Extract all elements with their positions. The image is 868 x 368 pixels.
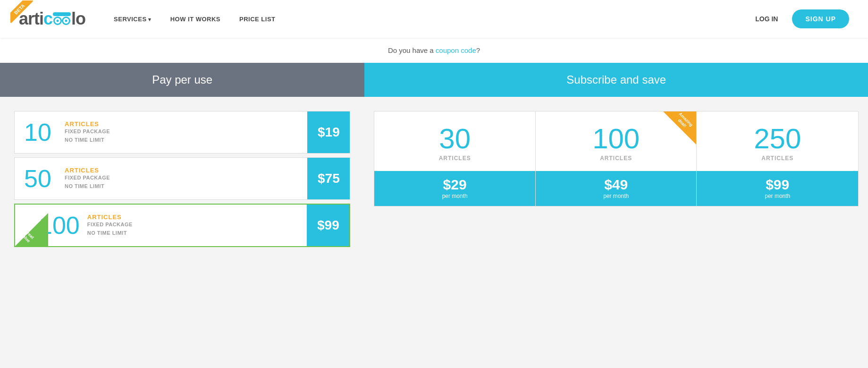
coupon-text-before: Do you have a (388, 46, 436, 54)
nav-how-it-works[interactable]: HOW IT WORKS (170, 16, 220, 23)
plan-250: 250 ARTICLES $99 per month (697, 111, 858, 206)
coupon-text-after: ? (476, 46, 480, 54)
login-link[interactable]: LOG IN (755, 15, 778, 23)
pkg-articles-label-100: ARTICLES (87, 214, 133, 221)
package-50: 50 ARTICLES FIXED PACKAGE NO TIME LIMIT … (14, 157, 350, 200)
subscribe-grid: 30 ARTICLES $29 per month Amazingdeal! 1… (374, 111, 859, 206)
pkg-quantity-50: 50 (24, 166, 57, 191)
subscribe-header: Subscribe and save (364, 63, 868, 97)
packages-list: 10 ARTICLES FIXED PACKAGE NO TIME LIMIT … (0, 97, 364, 265)
pkg-type-10: FIXED PACKAGE NO TIME LIMIT (65, 128, 110, 144)
subscribe-wrap: 30 ARTICLES $29 per month Amazingdeal! 1… (364, 97, 868, 221)
nav-price-list[interactable]: PRICE LIST (239, 16, 276, 23)
plan-price-250[interactable]: $99 per month (697, 171, 858, 206)
svg-rect-0 (53, 12, 71, 16)
pkg-type-50: FIXED PACKAGE NO TIME LIMIT (65, 174, 110, 190)
plan-articles-100: ARTICLES (600, 155, 632, 162)
plan-quantity-30: 30 (439, 125, 471, 153)
amazing-deal-badge: Amazingdeal! (663, 111, 696, 145)
coupon-bar: Do you have a coupon code? (0, 38, 868, 63)
main-content: Pay per use 10 ARTICLES FIXED PACKAGE NO… (0, 63, 868, 308)
plan-quantity-100: 100 (592, 125, 640, 153)
nav-services[interactable]: SERVICES (114, 16, 152, 23)
plan-100: Amazingdeal! 100 ARTICLES $49 per month (536, 111, 697, 206)
svg-point-6 (65, 20, 67, 22)
plan-articles-30: ARTICLES (439, 155, 471, 162)
pkg-articles-label-50: ARTICLES (65, 167, 110, 174)
svg-point-5 (57, 20, 59, 22)
pay-per-use-panel: Pay per use 10 ARTICLES FIXED PACKAGE NO… (0, 63, 364, 308)
navbar: artic lo SERVICES HOW IT WORKS PRICE LIS… (0, 0, 868, 38)
signup-button[interactable]: SIGN UP (792, 9, 849, 28)
plan-price-30[interactable]: $29 per month (374, 171, 535, 206)
beta-badge (10, 0, 38, 28)
nav-right: LOG IN SIGN UP (755, 9, 849, 28)
great-value-badge: Greatvalue (15, 213, 48, 246)
logo: artic lo (19, 9, 85, 29)
pkg-articles-label-10: ARTICLES (65, 120, 110, 128)
pkg-price-10[interactable]: $19 (307, 111, 350, 153)
plan-price-100[interactable]: $49 per month (536, 171, 697, 206)
pkg-type-100: FIXED PACKAGE NO TIME LIMIT (87, 221, 133, 237)
logo-eyes-icon (53, 12, 71, 26)
subscribe-panel: Subscribe and save 30 ARTICLES $29 per m… (364, 63, 868, 308)
coupon-link[interactable]: coupon code (436, 46, 476, 54)
pay-per-use-header: Pay per use (0, 63, 364, 97)
package-10: 10 ARTICLES FIXED PACKAGE NO TIME LIMIT … (14, 111, 350, 154)
nav-links: SERVICES HOW IT WORKS PRICE LIST (114, 16, 755, 23)
plan-quantity-250: 250 (754, 125, 801, 153)
pkg-price-100[interactable]: $99 (307, 205, 349, 246)
pkg-price-50[interactable]: $75 (307, 158, 350, 199)
plan-30: 30 ARTICLES $29 per month (374, 111, 536, 206)
pkg-quantity-10: 10 (24, 120, 57, 145)
plan-articles-250: ARTICLES (761, 155, 793, 162)
package-100: Greatvalue 100 ARTICLES FIXED PACKAGE NO… (14, 204, 350, 247)
